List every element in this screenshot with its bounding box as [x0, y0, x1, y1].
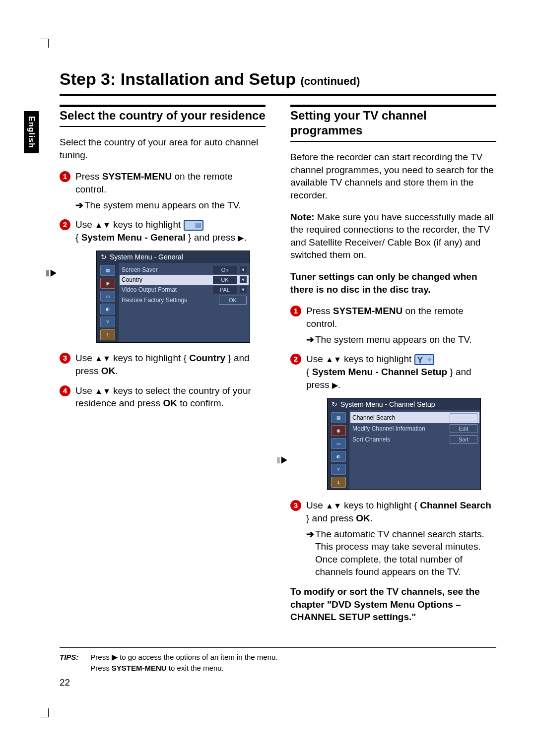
osd-row-highlighted: Channel Search Search [350, 412, 479, 423]
text: Use [75, 219, 95, 230]
text: keys to highlight [341, 354, 414, 364]
text: Press [75, 171, 102, 182]
osd-row-value: UK [213, 276, 237, 284]
up-down-keys-icon: ▲▼ [95, 387, 111, 395]
system-menu-label: SYSTEM-MENU [102, 171, 172, 182]
tips-label: TIPS: [60, 652, 78, 673]
step-number-1-icon: 1 [60, 171, 70, 182]
osd-row: Restore Factory Settings OK [122, 296, 247, 305]
osd-channel-setup-menu: System Menu - Channel Setup ▦ ◉ ▭ ◐ Y 1 [327, 398, 481, 490]
tips-body: Press ▶ to go access the options of an i… [90, 652, 277, 673]
page-number: 22 [60, 677, 70, 688]
osd-general-menu: System Menu - General ▦ ◉ ▭ ◐ Y 1 S [96, 251, 250, 343]
text: to exit the menu. [167, 664, 224, 672]
up-down-keys-icon: ▲▼ [326, 502, 341, 510]
osd-sidebar-icon: ◐ [331, 451, 346, 462]
crop-mark-top-left [40, 39, 49, 48]
text: to go access the options of an item in t… [118, 653, 278, 661]
osd-row-value: Edit [450, 424, 477, 433]
osd-row-label: Video Output Format [122, 286, 210, 293]
right-step-2: 2 Use ▲▼ keys to highlight { System Menu… [290, 353, 496, 391]
ok-label: OK [101, 366, 116, 376]
osd-sidebar-icon: ▭ [100, 291, 115, 302]
left-column: Select the country of your residence Sel… [60, 105, 266, 632]
dropdown-icon: ▼ [240, 266, 247, 273]
text: } and press [306, 513, 356, 523]
text: Press [90, 664, 112, 672]
text: . [338, 379, 340, 390]
up-down-keys-icon: ▲▼ [326, 355, 341, 364]
general-menu-icon [184, 220, 203, 231]
osd-row-highlighted: Country UK ▼ [120, 275, 249, 285]
osd-rows: Channel Search Search Modify Channel Inf… [349, 410, 480, 490]
left-intro: Select the country of your area for auto… [60, 136, 266, 161]
text: } and press [186, 232, 238, 243]
menu-path: System Menu - Channel Setup [312, 367, 447, 377]
left-step-1: 1 Press SYSTEM-MENU on the remote contro… [60, 170, 266, 195]
text: Use [75, 353, 95, 363]
osd-row-label: Channel Search [352, 414, 447, 421]
osd-sidebar-icon: 1 [331, 477, 346, 488]
left-step-2: 2 Use ▲▼ keys to highlight { System Menu… [60, 218, 266, 244]
osd-row-label: Restore Factory Settings [122, 297, 216, 304]
text: Press [306, 306, 333, 316]
osd-sidebar-icon: Y [331, 464, 346, 475]
osd-sidebar: ▦ ◉ ▭ ◐ Y 1 [97, 263, 119, 342]
osd-row-label: Country [122, 276, 210, 283]
osd-row-value: Search [450, 413, 477, 422]
osd-row: Sort Channels Sort [352, 435, 477, 444]
step-number-3-icon: 3 [60, 353, 70, 364]
right-step-1: 1 Press SYSTEM-MENU on the remote contro… [290, 305, 496, 330]
osd-row: Modify Channel Information Edit [352, 424, 477, 433]
left-step-1-result: The system menu appears on the TV. [60, 199, 266, 212]
osd-row-label: Sort Channels [352, 436, 447, 443]
up-down-keys-icon: ▲▼ [95, 221, 111, 229]
osd-row-label: Modify Channel Information [352, 425, 447, 432]
tips-separator [60, 647, 496, 648]
ok-label: OK [356, 513, 370, 523]
text: keys to highlight [111, 219, 184, 230]
osd-sidebar-icon: ◉ [100, 278, 115, 289]
system-menu-label: SYSTEM-MENU [333, 306, 402, 316]
step-number-2-icon: 2 [60, 219, 70, 230]
right-key-icon: ▶ [112, 653, 118, 661]
right-closing: To modify or sort the TV channels, see t… [290, 585, 496, 624]
osd-sidebar-icon: Y [100, 316, 115, 327]
right-step-3-result: The automatic TV channel search starts. … [290, 528, 496, 579]
right-column: Setting your TV channel programmes Befor… [290, 105, 496, 632]
target-item: Country [189, 353, 225, 363]
pointer-icon: ⦀▶ [276, 455, 287, 466]
osd-row-label: Screen Saver [122, 266, 210, 273]
osd-general-wrapper: ⦀▶ System Menu - General ▦ ◉ ▭ ◐ Y 1 [70, 251, 266, 343]
text: Press [90, 653, 112, 661]
right-key-icon: ▶ [332, 381, 338, 389]
tips-section: TIPS: Press ▶ to go access the options o… [60, 652, 496, 673]
dropdown-icon: ▼ [240, 276, 247, 283]
target-item: Channel Search [420, 500, 491, 510]
right-step-1-result: The system menu appears on the TV. [290, 333, 496, 346]
step-number-3-icon: 3 [290, 500, 301, 511]
osd-row-value: OK [219, 296, 247, 305]
left-step-3: 3 Use ▲▼ keys to highlight { Country } a… [60, 352, 266, 377]
text: . [244, 232, 246, 243]
dropdown-icon: ▼ [240, 286, 247, 293]
osd-sidebar-icon: 1 [100, 329, 115, 340]
osd-row-value: PAL [213, 286, 237, 294]
step-number-2-icon: 2 [290, 354, 301, 365]
right-note: Note: Make sure you have successfully ma… [290, 211, 496, 262]
channel-setup-menu-icon [414, 354, 434, 365]
text: . [115, 366, 118, 376]
text: . [370, 513, 373, 523]
left-step-4: 4 Use ▲▼ keys to select the country of y… [60, 384, 266, 410]
menu-path: System Menu - General [81, 232, 186, 243]
page-title-main: Step 3: Installation and Setup [60, 69, 296, 88]
osd-row-value: Sort [450, 435, 477, 444]
text: Use [306, 500, 326, 510]
osd-row-value: On [213, 266, 237, 274]
left-heading: Select the country of your residence [60, 105, 266, 127]
osd-sidebar-icon: ▦ [100, 265, 115, 276]
text: to confirm. [177, 398, 224, 408]
osd-row: Screen Saver On ▼ [122, 266, 247, 274]
language-tab: English [24, 111, 39, 153]
right-heading: Setting your TV channel programmes [290, 105, 496, 142]
